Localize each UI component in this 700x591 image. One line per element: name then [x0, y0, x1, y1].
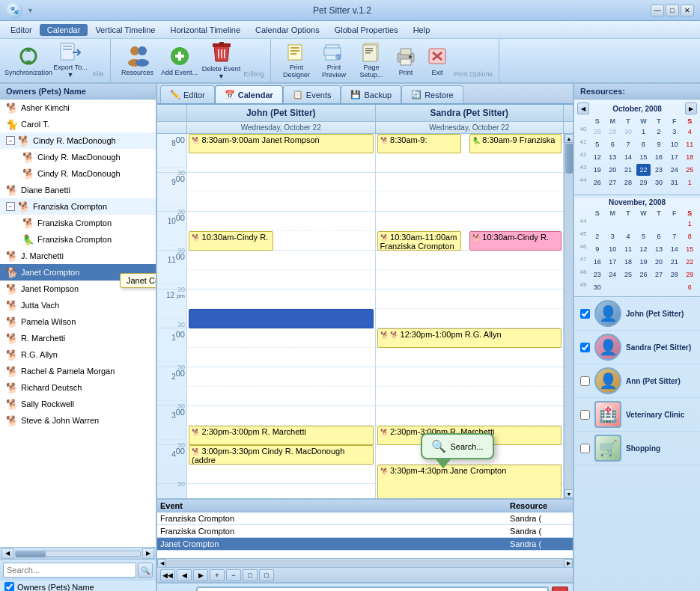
nov-day-27[interactable]: 27 — [651, 269, 666, 281]
checkbox-owners[interactable] — [4, 582, 14, 591]
nov-day-23[interactable]: 23 — [590, 269, 605, 281]
mini-cal-next-btn[interactable]: ▶ — [685, 102, 697, 114]
oct-day-13[interactable]: 13 — [606, 151, 621, 163]
owner-diane[interactable]: 🐕 Diane Banetti — [0, 182, 156, 198]
oct-day-29-other[interactable]: 29 — [606, 126, 621, 138]
nav-box1-btn[interactable]: □ — [243, 569, 258, 581]
sandra-event-10-30b[interactable]: 🐕 10:30am-Cindy R. — [469, 231, 561, 251]
nov-day-17[interactable]: 17 — [606, 256, 621, 268]
print-preview-button[interactable]: Print Preview — [316, 42, 352, 79]
minimize-button[interactable]: — — [651, 4, 664, 16]
oct-day-28-other[interactable]: 28 — [590, 126, 605, 138]
nov-day-22[interactable]: 22 — [682, 256, 697, 268]
resource-sandra-checkbox[interactable] — [580, 343, 590, 352]
menu-calendar-options[interactable]: Calendar Options — [248, 24, 327, 36]
tab-events[interactable]: 📋 Events — [283, 85, 341, 103]
nov-day-12[interactable]: 12 — [636, 243, 651, 255]
nov-day-1[interactable]: 1 — [682, 218, 697, 230]
resources-button[interactable]: Resources — [118, 42, 157, 79]
john-event-2-30[interactable]: 🐕 2:30pm-3:00pm R. Marchetti — [189, 426, 374, 445]
oct-day-3[interactable]: 3 — [667, 126, 682, 138]
oct-day-19[interactable]: 19 — [590, 164, 605, 176]
owner-cindy-group[interactable]: − 🐕 Cindy R. MacDonough — [0, 132, 156, 149]
nov-day-2[interactable]: 2 — [590, 230, 605, 242]
nov-day-10[interactable]: 10 — [606, 243, 621, 255]
nov-day-6[interactable]: 6 — [651, 230, 666, 242]
sandra-event-10-30[interactable]: 🐕 10:30am-11:00am Franziska Crompton — [377, 231, 462, 251]
owner-rachel[interactable]: 🐕 Rachel & Pamela Morgan — [0, 363, 156, 379]
nov-day-30[interactable]: 30 — [590, 281, 605, 293]
oct-day-15[interactable]: 15 — [636, 151, 651, 163]
nov-day-16[interactable]: 16 — [590, 256, 605, 268]
nov-day-24[interactable]: 24 — [606, 269, 621, 281]
nov-day-13[interactable]: 13 — [651, 243, 666, 255]
delete-event-button[interactable]: Delete Event ▼ — [202, 42, 241, 79]
resource-john-checkbox[interactable] — [580, 309, 590, 319]
owner-steve[interactable]: 🐕 Steve & John Warren — [0, 412, 156, 429]
oct-day-6[interactable]: 6 — [606, 138, 621, 150]
nov-day-19[interactable]: 19 — [636, 256, 651, 268]
oct-day-31[interactable]: 31 — [667, 177, 682, 189]
oct-day-27[interactable]: 27 — [606, 177, 621, 189]
sandra-event-3-30[interactable]: 🐕 3:30pm-4:30pm Jane Crompton — [377, 465, 562, 498]
oct-day-30[interactable]: 30 — [651, 177, 666, 189]
nov-day-18[interactable]: 18 — [621, 256, 636, 268]
nov-day-21[interactable]: 21 — [667, 256, 682, 268]
menu-calendar[interactable]: Calendar — [40, 24, 88, 36]
nov-day-14[interactable]: 14 — [667, 243, 682, 255]
owner-franziska-group[interactable]: − 🐕 Franziska Crompton — [0, 198, 156, 215]
owner-jutta[interactable]: 🐕 Jutta Vach — [0, 297, 156, 313]
owner-franziska-sub2[interactable]: 🦜 Franziska Crompton — [0, 231, 156, 248]
page-setup-button[interactable]: Page Setup... — [353, 42, 389, 79]
vertical-scrollbar[interactable]: ▲ ▼ — [564, 134, 573, 498]
owner-franziska-sub1[interactable]: 🐕 Franziska Crompton — [0, 215, 156, 231]
nov-day-9[interactable]: 9 — [590, 243, 605, 255]
vscroll-thumb[interactable] — [565, 144, 573, 174]
menu-global-properties[interactable]: Global Properties — [327, 24, 406, 36]
tab-backup[interactable]: 💾 Backup — [341, 85, 401, 103]
nav-minus-btn[interactable]: − — [226, 569, 241, 581]
resource-vet-checkbox[interactable] — [580, 410, 590, 420]
event-list-row-1[interactable]: Franziska Crompton Sandra ( — [157, 512, 573, 525]
maximize-button[interactable]: □ — [666, 4, 679, 16]
oct-day-1[interactable]: 1 — [636, 126, 651, 138]
john-event-12[interactable] — [189, 309, 374, 328]
vscroll-up-btn[interactable]: ▲ — [564, 134, 573, 143]
owner-pamela[interactable]: 🐕 Pamela Wilson — [0, 313, 156, 330]
print-designer-button[interactable]: Print Designer — [279, 42, 314, 79]
event-list-row-3[interactable]: Janet Crompton Sandra ( — [157, 538, 573, 551]
nov-day-11[interactable]: 11 — [621, 243, 636, 255]
owner-rg-allyn[interactable]: 🐕 R.G. Allyn — [0, 346, 156, 363]
oct-day-12[interactable]: 12 — [590, 151, 605, 163]
tab-calendar[interactable]: 📅 Calendar — [215, 85, 283, 103]
oct-day-30-other[interactable]: 30 — [621, 126, 636, 138]
nov-day-26[interactable]: 26 — [636, 269, 651, 281]
nov-day-8[interactable]: 8 — [682, 230, 697, 242]
oct-day-7[interactable]: 7 — [621, 138, 636, 150]
nov-day-4[interactable]: 4 — [621, 230, 636, 242]
oct-day-29[interactable]: 29 — [636, 177, 651, 189]
oct-day-23[interactable]: 23 — [651, 164, 666, 176]
nov-day-15[interactable]: 15 — [682, 243, 697, 255]
scroll-left-btn[interactable]: ◀ — [1, 548, 13, 559]
search-input[interactable] — [3, 563, 136, 578]
print-button[interactable]: Print — [391, 42, 421, 79]
nov-day-5[interactable]: 5 — [636, 230, 651, 242]
nav-plus-btn[interactable]: + — [210, 569, 225, 581]
window-controls[interactable]: — □ ✕ — [651, 4, 694, 16]
add-event-button[interactable]: Add Event... — [160, 42, 199, 79]
oct-day-2[interactable]: 2 — [651, 126, 666, 138]
hscroll-left-btn[interactable]: ◀ — [157, 559, 166, 568]
john-event-10-30[interactable]: 🐕 10:30am-Cindy R. — [189, 231, 273, 251]
oct-day-16[interactable]: 16 — [651, 151, 666, 163]
search-execute-button[interactable]: 🔍 — [138, 563, 153, 578]
owner-j-marchetti[interactable]: 🐕 J. Marchetti — [0, 248, 156, 264]
owner-richard[interactable]: 🐕 Richard Deutsch — [0, 379, 156, 396]
nav-prev-btn[interactable]: ◀ — [177, 569, 192, 581]
sync-button[interactable]: Synchronization — [9, 42, 48, 79]
search-clear-button[interactable]: ✕ — [552, 587, 568, 591]
oct-day-25[interactable]: 25 — [682, 164, 697, 176]
close-button[interactable]: ✕ — [681, 4, 694, 16]
sandra-event-12-30[interactable]: 🐕 🐕 12:30pm-1:00pm R.G. Allyn — [377, 328, 562, 348]
oct-day-14[interactable]: 14 — [621, 151, 636, 163]
